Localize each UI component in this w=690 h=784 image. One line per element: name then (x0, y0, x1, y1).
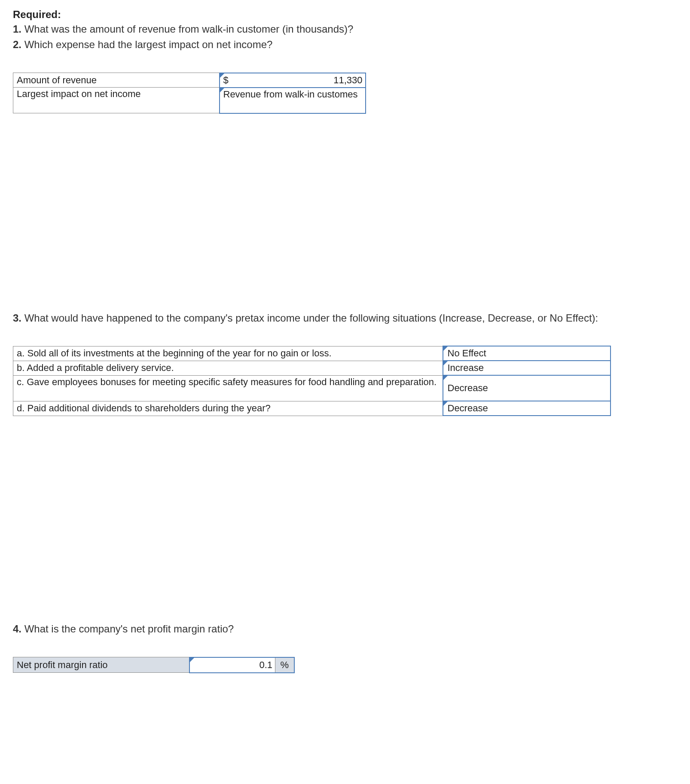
q3c-answer-cell[interactable]: Decrease (443, 375, 611, 401)
question-3: 3. What would have happened to the compa… (13, 311, 677, 325)
dropdown-marker-icon (220, 73, 224, 78)
q3a-label: a. Sold all of its investments at the be… (13, 346, 443, 361)
question-4-number: 4. (13, 623, 21, 635)
q3d-label: d. Paid additional dividends to sharehol… (13, 401, 443, 416)
question-3-number: 3. (13, 312, 21, 324)
largest-impact-value-cell[interactable]: Revenue from walk-in customes (220, 88, 366, 113)
q3d-answer-cell[interactable]: Decrease (443, 401, 611, 416)
question-4: 4. What is the company's net profit marg… (13, 622, 677, 636)
dropdown-marker-icon (190, 658, 194, 662)
q3b-answer: Increase (448, 362, 484, 373)
question-2-text: Which expense had the largest impact on … (24, 39, 273, 50)
revenue-value-cell[interactable]: 11,330 (245, 73, 366, 88)
npm-value-cell[interactable]: 0.1 (189, 657, 275, 673)
answer-table-1: Amount of revenue $ 11,330 Largest impac… (13, 73, 366, 114)
npm-value: 0.1 (259, 659, 272, 670)
question-3-text: What would have happened to the company'… (24, 312, 598, 324)
largest-impact-value: Revenue from walk-in customes (223, 89, 358, 100)
question-1: 1. What was the amount of revenue from w… (13, 22, 677, 36)
q3c-label: c. Gave employees bonuses for meeting sp… (13, 375, 443, 401)
dropdown-marker-icon (220, 88, 224, 92)
question-4-text: What is the company's net profit margin … (24, 623, 234, 635)
dropdown-marker-icon (443, 376, 448, 380)
largest-impact-label: Largest impact on net income (13, 88, 220, 113)
npm-unit: % (275, 657, 294, 673)
question-2-number: 2. (13, 39, 21, 50)
q3b-answer-cell[interactable]: Increase (443, 361, 611, 375)
revenue-label: Amount of revenue (13, 73, 220, 88)
answer-table-3: Net profit margin ratio 0.1 % (13, 657, 295, 673)
required-header: Required: (13, 9, 677, 21)
dropdown-marker-icon (443, 361, 448, 365)
npm-label: Net profit margin ratio (13, 657, 189, 673)
dropdown-marker-icon (443, 346, 448, 351)
revenue-currency-cell[interactable]: $ (220, 73, 245, 88)
q3b-label: b. Added a profitable delivery service. (13, 361, 443, 375)
q3a-answer: No Effect (448, 348, 486, 359)
q3d-answer: Decrease (448, 403, 488, 413)
q3a-answer-cell[interactable]: No Effect (443, 346, 611, 361)
dropdown-marker-icon (443, 401, 448, 406)
q3c-answer: Decrease (448, 383, 488, 393)
question-1-text: What was the amount of revenue from walk… (24, 23, 354, 35)
answer-table-2: a. Sold all of its investments at the be… (13, 346, 611, 416)
question-2: 2. Which expense had the largest impact … (13, 38, 677, 52)
question-1-number: 1. (13, 23, 21, 35)
